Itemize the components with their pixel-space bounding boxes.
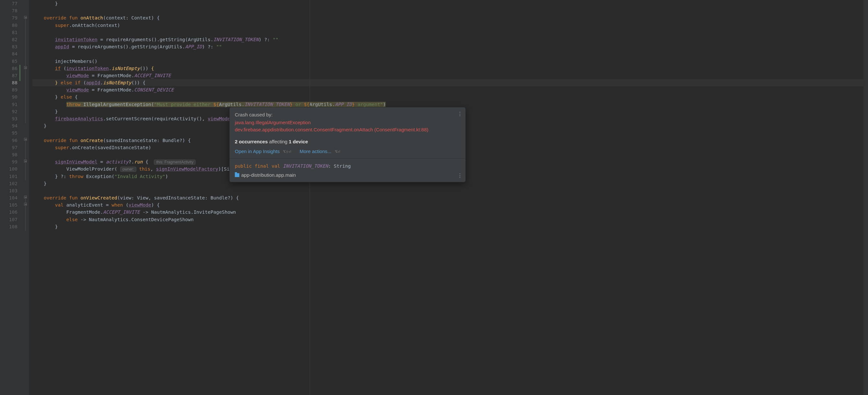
code-line <box>32 187 868 194</box>
module-row[interactable]: app-distribution.app.main <box>235 172 460 179</box>
occurrences-text: 2 occurrences affecting 1 device <box>235 138 460 145</box>
line-number[interactable]: 83 <box>0 43 18 50</box>
code-line: invitationToken = requireArguments().get… <box>32 36 868 43</box>
crash-exception: java.lang.IllegalArgumentException <box>235 119 460 126</box>
code-line: viewMode = FragmentMode.ACCEPT_INVITE <box>32 72 868 79</box>
gutter[interactable]: 7778798081828384858687888990919293949596… <box>0 0 23 395</box>
code-area[interactable]: } override fun onAttach(context: Context… <box>29 0 868 395</box>
crash-title: Crash caused by: <box>235 111 460 118</box>
code-line <box>32 7 868 14</box>
more-actions-link[interactable]: More actions... <box>300 148 331 154</box>
fold-toggle-icon[interactable] <box>24 16 27 19</box>
code-line <box>32 50 868 57</box>
code-line: if (invitationToken.isNotEmpty()) { <box>32 65 868 72</box>
crash-insights-popup: ⋮ Crash caused by: java.lang.IllegalArgu… <box>229 107 466 182</box>
code-line: override fun onAttach(context: Context) … <box>32 14 868 21</box>
line-number[interactable]: 88 <box>0 79 18 86</box>
line-number[interactable]: 108 <box>0 223 18 230</box>
more-icon[interactable]: ⋮ <box>457 111 462 118</box>
right-margin-guide <box>310 0 310 395</box>
line-number[interactable]: 96 <box>0 137 18 144</box>
line-number[interactable]: 99 <box>0 158 18 165</box>
line-number[interactable]: 81 <box>0 29 18 36</box>
code-line: } <box>32 0 868 7</box>
open-app-insights-link[interactable]: Open in App Insights <box>235 148 280 154</box>
code-line: viewMode = FragmentMode.CONSENT_DEVICE <box>32 86 868 93</box>
inlay-hint: this: FragmentActivity <box>154 160 196 165</box>
line-number[interactable]: 104 <box>0 194 18 201</box>
line-number[interactable]: 101 <box>0 173 18 180</box>
code-line: super.onAttach(context) <box>32 22 868 29</box>
line-number[interactable]: 87 <box>0 72 18 79</box>
code-line: injectMembers() <box>32 58 868 65</box>
code-line: } <box>32 223 868 230</box>
code-line: val analyticEvent = when (viewMode) { <box>32 201 868 208</box>
line-number[interactable]: 78 <box>0 7 18 14</box>
code-line: override fun onViewCreated(view: View, s… <box>32 194 868 201</box>
fold-toggle-icon[interactable] <box>24 66 27 69</box>
line-number[interactable]: 94 <box>0 122 18 130</box>
code-line: } else { <box>32 93 868 101</box>
line-number[interactable]: 107 <box>0 216 18 223</box>
module-icon <box>235 173 239 177</box>
line-number[interactable]: 103 <box>0 187 18 194</box>
line-number[interactable]: 92 <box>0 108 18 115</box>
line-number[interactable]: 79 <box>0 14 18 21</box>
line-number[interactable]: 91 <box>0 101 18 108</box>
line-number[interactable]: 85 <box>0 58 18 65</box>
code-line-current: } else if (appId.isNotEmpty()) { <box>32 79 868 86</box>
line-number[interactable]: 84 <box>0 50 18 57</box>
code-line: else -> NautmAnalytics.ConsentDevicePage… <box>32 216 868 223</box>
line-number[interactable]: 89 <box>0 86 18 93</box>
line-number[interactable]: 86 <box>0 65 18 72</box>
shortcut-hint: ⌥⇧⏎ <box>283 149 291 154</box>
line-number[interactable]: 98 <box>0 151 18 158</box>
fold-column[interactable] <box>23 0 29 395</box>
fold-toggle-icon[interactable] <box>24 138 27 141</box>
fold-toggle-icon[interactable] <box>24 203 27 206</box>
fold-toggle-icon[interactable] <box>24 160 27 163</box>
line-number[interactable]: 106 <box>0 208 18 216</box>
vcs-change-marker[interactable] <box>20 65 21 81</box>
line-number[interactable]: 100 <box>0 165 18 172</box>
editor: 7778798081828384858687888990919293949596… <box>0 0 868 395</box>
line-number[interactable]: 77 <box>0 0 18 7</box>
code-line <box>32 29 868 36</box>
code-line: appId = requireArguments().getString(Arg… <box>32 43 868 50</box>
fold-guide <box>25 19 26 123</box>
line-number[interactable]: 82 <box>0 36 18 43</box>
more-icon[interactable]: ⋮ <box>457 172 462 179</box>
line-number[interactable]: 80 <box>0 22 18 29</box>
scrollbar[interactable] <box>864 0 868 395</box>
inlay-hint: owner: <box>120 167 136 172</box>
module-name: app-distribution.app.main <box>241 172 296 179</box>
line-number[interactable]: 95 <box>0 130 18 137</box>
code-line: FragmentMode.ACCEPT_INVITE -> NautmAnaly… <box>32 208 868 216</box>
shortcut-hint: ⌥⏎ <box>335 149 340 154</box>
line-number[interactable]: 105 <box>0 201 18 208</box>
line-number[interactable]: 90 <box>0 93 18 101</box>
line-number[interactable]: 93 <box>0 115 18 122</box>
fold-toggle-icon[interactable] <box>24 196 27 198</box>
symbol-signature: public final val INVITATION_TOKEN: Strin… <box>235 163 460 170</box>
line-number[interactable]: 97 <box>0 144 18 151</box>
line-number[interactable]: 102 <box>0 180 18 187</box>
crash-location: dev.firebase.appdistribution.consent.Con… <box>235 126 460 133</box>
